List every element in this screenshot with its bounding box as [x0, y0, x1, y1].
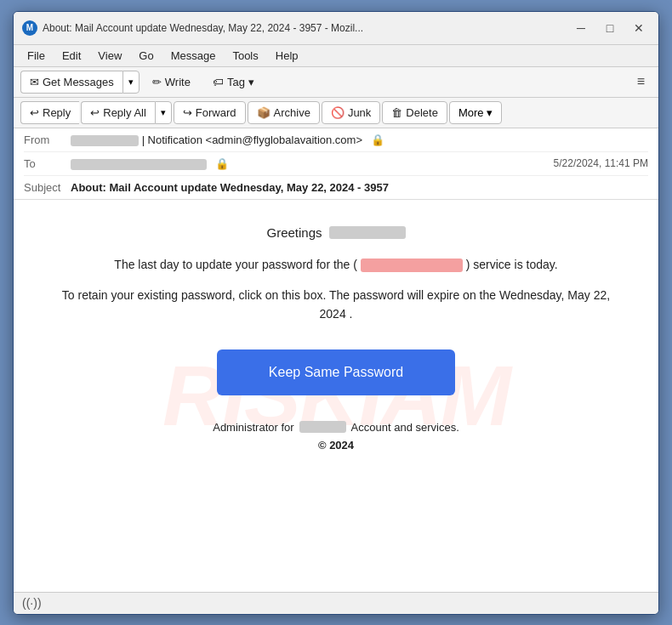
more-label: More: [458, 106, 484, 119]
get-messages-button[interactable]: ✉ Get Messages: [20, 71, 122, 94]
menu-edit[interactable]: Edit: [55, 47, 88, 65]
junk-button[interactable]: 🚫 Junk: [322, 101, 380, 124]
archive-icon: 📦: [257, 106, 271, 119]
forward-label: Forward: [196, 106, 236, 119]
delete-label: Delete: [406, 106, 438, 119]
email-action-bar: ↩ Reply ↩ Reply All ▾ ↪ Forward 📦 Archiv…: [14, 98, 658, 128]
menu-help[interactable]: Help: [269, 47, 305, 65]
more-dropdown-icon: ▾: [487, 106, 493, 119]
subject-label: Subject: [24, 181, 71, 194]
app-icon: M: [22, 20, 37, 36]
from-field: From | Notification <admin@flyglobalavai…: [24, 128, 648, 152]
junk-label: Junk: [348, 106, 371, 119]
reply-label: Reply: [43, 106, 71, 119]
reply-all-button[interactable]: ↩ Reply All: [81, 101, 155, 124]
footer-copyright: © 2024: [48, 439, 624, 452]
from-label: From: [24, 134, 71, 146]
write-label: Write: [165, 76, 191, 88]
email-timestamp: 5/22/2024, 11:41 PM: [554, 157, 648, 169]
to-label: To: [24, 157, 71, 170]
keep-password-button[interactable]: Keep Same Password: [217, 349, 455, 395]
more-button[interactable]: More ▾: [449, 101, 502, 124]
menu-go[interactable]: Go: [132, 47, 160, 65]
tag-dropdown-icon: ▾: [248, 76, 254, 88]
pencil-icon: ✏: [152, 76, 162, 88]
minimize-button[interactable]: ─: [570, 17, 592, 39]
footer-post: Account and services.: [351, 421, 459, 434]
window-title: About: Mail Account update Wednesday, Ma…: [43, 22, 570, 34]
maximize-button[interactable]: □: [599, 17, 621, 39]
write-button[interactable]: ✏ Write: [143, 71, 200, 93]
menu-view[interactable]: View: [91, 47, 128, 65]
from-name-blurred: [71, 135, 139, 146]
greeting-name-blurred: [329, 226, 406, 239]
email-header: From | Notification <admin@flyglobalavai…: [14, 128, 658, 200]
to-address-blurred: [71, 159, 207, 170]
from-email: | Notification <admin@flyglobalavaition.…: [142, 134, 362, 146]
archive-button[interactable]: 📦 Archive: [248, 101, 320, 124]
to-field: To 🔒 5/22/2024, 11:41 PM: [24, 152, 648, 176]
service-name-blurred: [361, 259, 463, 272]
tag-label: Tag: [227, 76, 245, 88]
signal-icon: ((·)): [22, 596, 42, 610]
reply-all-group: ↩ Reply All ▾: [81, 101, 172, 124]
reply-icon: ↩: [30, 106, 39, 119]
title-bar: M About: Mail Account update Wednesday, …: [14, 12, 658, 45]
forward-icon: ↪: [183, 106, 192, 119]
delete-icon: 🗑: [391, 106, 402, 119]
envelope-icon: ✉: [30, 76, 39, 88]
get-messages-label: Get Messages: [43, 76, 114, 88]
main-toolbar: ✉ Get Messages ▾ ✏ Write 🏷 Tag ▾ ≡: [14, 67, 658, 98]
junk-icon: 🚫: [331, 106, 345, 119]
subject-text: About: Mail Account update Wednesday, Ma…: [71, 181, 389, 194]
greeting-line: Greetings: [48, 225, 624, 240]
reply-group: ↩ Reply: [20, 101, 79, 124]
get-messages-group: ✉ Get Messages ▾: [20, 71, 140, 94]
security-icon: 🔒: [371, 134, 384, 146]
close-button[interactable]: ✕: [628, 17, 650, 39]
greeting-text: Greetings: [266, 225, 322, 240]
body-text-2: To retain your existing password, click …: [48, 286, 624, 324]
email-body: RISKIAM Greetings The last day to update…: [14, 200, 658, 592]
reply-all-dropdown[interactable]: ▾: [155, 101, 172, 124]
window-controls: ─ □ ✕: [570, 17, 650, 39]
reply-button[interactable]: ↩ Reply: [20, 101, 79, 124]
reply-all-label: Reply All: [103, 106, 146, 119]
subject-value: About: Mail Account update Wednesday, Ma…: [71, 181, 648, 194]
menu-tools[interactable]: Tools: [225, 47, 265, 65]
tag-button[interactable]: 🏷 Tag ▾: [203, 71, 264, 93]
forward-button[interactable]: ↪ Forward: [174, 101, 246, 124]
body-text-1: The last day to update your password for…: [48, 255, 624, 274]
to-security-icon: 🔒: [215, 157, 229, 170]
subject-field: Subject About: Mail Account update Wedne…: [24, 176, 648, 199]
get-messages-dropdown[interactable]: ▾: [122, 71, 140, 94]
footer-pre: Administrator for: [213, 421, 293, 434]
menu-file[interactable]: File: [20, 47, 52, 65]
to-value: 🔒: [71, 157, 554, 170]
browser-window: M About: Mail Account update Wednesday, …: [13, 11, 659, 615]
status-bar: ((·)): [14, 592, 658, 614]
org-name-blurred: [299, 421, 346, 433]
hamburger-menu-button[interactable]: ≡: [630, 71, 652, 93]
tag-icon: 🏷: [213, 76, 224, 88]
from-value: | Notification <admin@flyglobalavaition.…: [71, 134, 648, 146]
reply-all-icon: ↩: [90, 106, 100, 119]
email-content: Greetings The last day to update your pa…: [14, 200, 658, 469]
menu-bar: File Edit View Go Message Tools Help: [14, 45, 658, 67]
archive-label: Archive: [274, 106, 310, 119]
menu-message[interactable]: Message: [164, 47, 223, 65]
delete-button[interactable]: 🗑 Delete: [382, 101, 447, 124]
footer-line-1: Administrator for Account and services.: [48, 421, 624, 434]
